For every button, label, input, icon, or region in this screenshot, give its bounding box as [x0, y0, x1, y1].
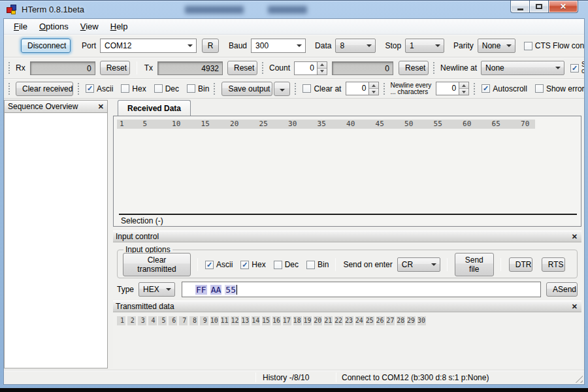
asend-button[interactable]: ASend: [546, 282, 578, 297]
rx-dec-checkbox[interactable]: Dec: [154, 84, 179, 93]
count-reset-button[interactable]: Reset: [399, 61, 429, 75]
minimize-button[interactable]: [510, 1, 530, 13]
clear-at-checkbox[interactable]: Clear at: [302, 84, 341, 93]
parity-combobox[interactable]: None: [478, 39, 515, 53]
counters-toolbar: Rx 0 Reset Tx 4932 Reset Count 0 0 Reset…: [4, 57, 584, 79]
spin-down-button[interactable]: [459, 88, 468, 95]
baud-combobox[interactable]: 300: [251, 39, 306, 53]
sequence-overview-header: Sequence Overview ✕: [4, 100, 108, 113]
separator: [137, 61, 137, 74]
save-output-button[interactable]: Save output: [221, 82, 272, 96]
rx-hex-checkbox[interactable]: Hex: [121, 84, 146, 93]
splitter-handle[interactable]: [108, 100, 113, 368]
selection-label: Selection (-): [121, 216, 163, 225]
connection-toolbar: Disconnect Port COM12 R Baud 300 Data 8 …: [4, 35, 584, 57]
newline-every-value[interactable]: 0: [436, 82, 459, 95]
save-output-menu-button[interactable]: [274, 82, 290, 96]
ruler-number: 15: [262, 316, 270, 325]
clear-at-value[interactable]: 0: [346, 82, 369, 95]
tx-ascii-checkbox[interactable]: ✓ Ascii: [205, 260, 233, 269]
disconnect-button[interactable]: Disconnect: [21, 39, 71, 53]
dtr-button[interactable]: DTR: [509, 257, 532, 272]
tx-reset-button[interactable]: Reset: [227, 61, 257, 75]
close-panel-button[interactable]: ✕: [572, 303, 578, 310]
menu-item[interactable]: Help: [105, 19, 134, 34]
autoscroll-checkbox[interactable]: ✓ Autoscroll: [482, 84, 527, 93]
clear-at-spinner[interactable]: 0: [346, 82, 379, 95]
ruler-number: 13: [241, 316, 250, 325]
show-errors-checkbox[interactable]: Show errors: [535, 84, 584, 93]
separator: [255, 372, 256, 382]
tab-received-data[interactable]: Received Data: [118, 100, 191, 116]
maximize-button[interactable]: [530, 1, 549, 13]
ruler-number: 1: [117, 316, 125, 325]
rts-button[interactable]: RTS: [542, 257, 565, 272]
resize-grip[interactable]: [574, 374, 583, 383]
ruler-number: 35: [318, 120, 326, 129]
spin-up-button[interactable]: [459, 82, 468, 88]
terminal-column: Received Data 15101520253035404550556065…: [113, 100, 583, 368]
show-newline-chars-checkbox[interactable]: ✓: [570, 64, 579, 73]
ruler-number: 9: [200, 316, 208, 325]
menu-item[interactable]: Options: [33, 19, 74, 34]
count-spinner[interactable]: 0: [294, 61, 327, 75]
close-panel-button[interactable]: ✕: [98, 103, 104, 110]
send-on-enter-combobox[interactable]: CR: [397, 257, 440, 272]
rescan-ports-button[interactable]: R: [202, 39, 219, 53]
tx-dec-checkbox[interactable]: Dec: [274, 260, 299, 269]
hex-input-field[interactable]: FFAA55: [182, 282, 541, 297]
type-input-row: Type HEX FFAA55 ASend: [113, 278, 581, 301]
ruler-number: 20: [314, 316, 322, 325]
toolbar-grip[interactable]: [214, 83, 216, 95]
close-window-button[interactable]: [549, 1, 578, 13]
newline-every-spinner[interactable]: 0: [436, 82, 469, 95]
transmitted-data-pane[interactable]: 1234567891011121314151617181920212223242…: [113, 312, 581, 368]
tx-bin-checkbox[interactable]: Bin: [306, 260, 329, 269]
checkbox-box: ✓: [86, 84, 94, 93]
toolbar-grip[interactable]: [384, 83, 385, 95]
ruler-number: 27: [386, 316, 395, 325]
toolbar-grip[interactable]: [8, 62, 10, 74]
separator: [500, 258, 501, 271]
menu-item[interactable]: View: [74, 19, 105, 34]
separator: [447, 258, 448, 271]
hex-byte: 55: [225, 285, 237, 295]
spin-up-button[interactable]: [369, 82, 378, 88]
ruler-number: 30: [417, 316, 426, 325]
received-data-pane[interactable]: 1510152025303540455055606570 Selection (…: [113, 116, 581, 227]
rx-ascii-checkbox[interactable]: ✓ Ascii: [86, 84, 113, 93]
rx-reset-button[interactable]: Reset: [100, 61, 130, 75]
sequence-list[interactable]: [4, 113, 108, 368]
toolbar-grip[interactable]: [433, 62, 435, 74]
port-combobox[interactable]: COM12: [100, 39, 197, 53]
ruler-number: 15: [201, 120, 210, 129]
data-bits-combobox[interactable]: 8: [335, 39, 376, 53]
newline-at-combobox[interactable]: None: [481, 61, 564, 75]
transmitted-data-header: Transmitted data ✕: [113, 301, 581, 312]
checkbox-box: ✓: [482, 84, 490, 93]
toolbar-grip[interactable]: [474, 83, 476, 95]
ruler-number: 50: [404, 120, 413, 129]
count-spinner-value[interactable]: 0: [294, 61, 318, 75]
type-combobox[interactable]: HEX: [139, 282, 175, 297]
stop-bits-label: Stop: [385, 41, 401, 50]
clear-transmitted-button[interactable]: Clear transmitted: [123, 253, 191, 276]
send-file-button[interactable]: Send file: [455, 253, 494, 276]
spin-up-button[interactable]: [318, 62, 327, 68]
clear-received-button[interactable]: Clear received: [16, 82, 73, 96]
cts-flow-checkbox[interactable]: CTS Flow control: [524, 41, 584, 50]
tx-hex-checkbox[interactable]: ✓ Hex: [240, 260, 265, 269]
spin-down-button[interactable]: [318, 68, 327, 74]
app-window: HTerm 0.8.1beta FileOptionsViewHelp Disc…: [0, 0, 588, 388]
spin-down-button[interactable]: [369, 88, 378, 95]
toolbar-grip[interactable]: [8, 83, 10, 95]
menu-item[interactable]: File: [8, 19, 33, 34]
checkbox-box: ✓: [205, 261, 214, 269]
stop-bits-combobox[interactable]: 1: [405, 39, 444, 53]
toolbar-grip[interactable]: [78, 83, 80, 95]
toolbar-grip[interactable]: [295, 83, 297, 95]
toolbar-grip[interactable]: [262, 62, 264, 74]
titlebar[interactable]: HTerm 0.8.1beta: [3, 1, 585, 18]
rx-bin-checkbox[interactable]: Bin: [187, 84, 209, 93]
close-panel-button[interactable]: ✕: [572, 233, 578, 240]
